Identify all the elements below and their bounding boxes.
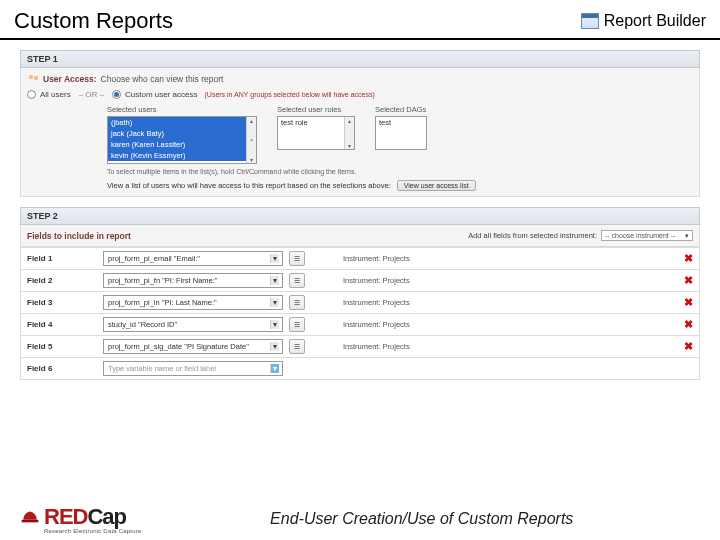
redcap-logo: REDCap Research Electronic Data Capture (44, 504, 141, 534)
scrollbar[interactable]: ▴▾ (344, 117, 354, 149)
field-row-empty: Field 6 Type variable name or field labe… (21, 357, 699, 379)
fields-list: Field 1 proj_form_pi_email "Email:" ☰ In… (20, 247, 700, 380)
radio-custom-access[interactable] (112, 90, 121, 99)
field-label: Field 3 (27, 298, 97, 307)
selected-users-col: Selected users (jbath) jack (Jack Baty) … (107, 105, 257, 164)
step2-bar: STEP 2 (20, 207, 700, 225)
redcap-wordmark: REDCap (44, 504, 126, 530)
user-access-heading: User Access: Choose who can view this re… (27, 73, 693, 85)
content: STEP 1 User Access: Choose who can view … (0, 40, 720, 380)
field-options-button[interactable]: ☰ (289, 273, 305, 288)
add-all-label: Add all fields from selected instrument: (468, 231, 597, 240)
all-users-label: All users (40, 90, 71, 99)
add-all-row: Add all fields from selected instrument:… (468, 230, 693, 241)
field-select[interactable]: proj_form_pi_sig_date "PI Signature Date… (103, 339, 283, 354)
view-access-button[interactable]: View user access list (397, 180, 476, 191)
field-label: Field 6 (27, 364, 97, 373)
field-options-button[interactable]: ☰ (289, 251, 305, 266)
field-row: Field 2 proj_form_pi_fn "PI: First Name:… (21, 269, 699, 291)
field-instrument: Instrument: Projects (343, 254, 410, 263)
field-select[interactable]: proj_form_pi_email "Email:" (103, 251, 283, 266)
field-instrument: Instrument: Projects (343, 342, 410, 351)
footer: REDCap Research Electronic Data Capture … (0, 504, 720, 534)
list-item[interactable]: kevin (Kevin Essmyer) (108, 150, 256, 161)
logo-black: Cap (87, 504, 126, 530)
svg-rect-0 (22, 520, 39, 523)
logo-red: RED (44, 504, 87, 530)
access-mode-row: All users – OR – Custom user access (Use… (27, 90, 693, 99)
instrument-select[interactable]: -- choose instrument -- (601, 230, 693, 241)
selected-roles-listbox[interactable]: test role ▴▾ (277, 116, 355, 150)
view-access-row: View a list of users who will have acces… (107, 180, 693, 191)
field-instrument: Instrument: Projects (343, 276, 410, 285)
scrollbar[interactable]: ▴▪▾ (246, 117, 256, 163)
field-label: Field 1 (27, 254, 97, 263)
custom-access-note: (Users in ANY groups selected below will… (205, 91, 375, 98)
list-item[interactable]: (jbath) (108, 117, 256, 128)
user-access-desc: Choose who can view this report (101, 74, 224, 84)
delete-icon[interactable]: ✖ (684, 318, 693, 331)
step2-label: STEP 2 (27, 211, 58, 221)
report-builder-icon (581, 13, 599, 29)
view-access-text: View a list of users who will have acces… (107, 181, 391, 190)
delete-icon[interactable]: ✖ (684, 252, 693, 265)
step1-bar: STEP 1 (20, 50, 700, 68)
or-separator: – OR – (79, 90, 104, 99)
list-item[interactable]: test role (278, 117, 354, 128)
field-select[interactable]: proj_form_pi_ln "PI: Last Name:" (103, 295, 283, 310)
field-label: Field 2 (27, 276, 97, 285)
list-item[interactable]: test (376, 117, 426, 128)
selected-roles-col: Selected user roles test role ▴▾ (277, 105, 355, 150)
field-instrument: Instrument: Projects (343, 320, 410, 329)
redcap-hat-icon (18, 509, 42, 529)
fields-heading: Fields to include in report (27, 231, 131, 241)
step2-header: Fields to include in report Add all fiel… (20, 225, 700, 247)
selected-users-listbox[interactable]: (jbath) jack (Jack Baty) karen (Karen La… (107, 116, 257, 164)
logo-tagline: Research Electronic Data Capture (44, 528, 141, 534)
field-instrument: Instrument: Projects (343, 298, 410, 307)
list-item[interactable]: karen (Karen Lassiter) (108, 139, 256, 150)
page-title: Custom Reports (14, 8, 173, 34)
field-row: Field 3 proj_form_pi_ln "PI: Last Name:"… (21, 291, 699, 313)
delete-icon[interactable]: ✖ (684, 296, 693, 309)
selected-users-title: Selected users (107, 105, 257, 114)
delete-icon[interactable]: ✖ (684, 340, 693, 353)
footer-caption: End-User Creation/Use of Custom Reports (141, 510, 702, 528)
field-select[interactable]: proj_form_pi_fn "PI: First Name:" (103, 273, 283, 288)
selected-roles-title: Selected user roles (277, 105, 355, 114)
radio-all-users[interactable] (27, 90, 36, 99)
step1-section: User Access: Choose who can view this re… (20, 68, 700, 197)
delete-icon[interactable]: ✖ (684, 274, 693, 287)
field-select-empty[interactable]: Type variable name or field label (103, 361, 283, 376)
field-row: Field 4 study_id "Record ID" ☰ Instrumen… (21, 313, 699, 335)
selected-dags-title: Selected DAGs (375, 105, 427, 114)
user-access-label: User Access: (43, 74, 97, 84)
field-row: Field 5 proj_form_pi_sig_date "PI Signat… (21, 335, 699, 357)
people-icon (27, 73, 39, 85)
list-item[interactable]: jack (Jack Baty) (108, 128, 256, 139)
field-options-button[interactable]: ☰ (289, 339, 305, 354)
report-builder-label: Report Builder (581, 12, 706, 30)
access-lists: Selected users (jbath) jack (Jack Baty) … (107, 105, 693, 164)
report-builder-text: Report Builder (604, 12, 706, 30)
field-select[interactable]: study_id "Record ID" (103, 317, 283, 332)
field-row: Field 1 proj_form_pi_email "Email:" ☰ In… (21, 247, 699, 269)
selected-dags-listbox[interactable]: test (375, 116, 427, 150)
field-label: Field 4 (27, 320, 97, 329)
multi-select-hint: To select multiple items in the list(s),… (107, 168, 693, 175)
page-header: Custom Reports Report Builder (0, 0, 720, 40)
selected-dags-col: Selected DAGs test (375, 105, 427, 150)
custom-access-label: Custom user access (125, 90, 197, 99)
field-label: Field 5 (27, 342, 97, 351)
field-options-button[interactable]: ☰ (289, 317, 305, 332)
field-options-button[interactable]: ☰ (289, 295, 305, 310)
fields-heading-text: Fields to include in report (27, 231, 131, 241)
